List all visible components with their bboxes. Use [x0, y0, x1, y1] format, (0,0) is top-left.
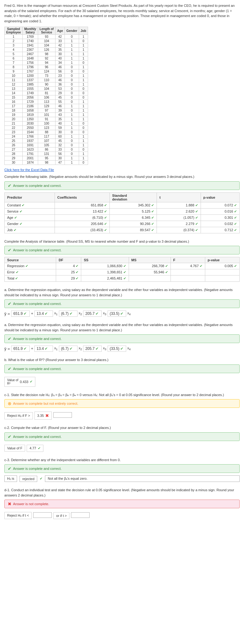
- table-cell: 1: [65, 161, 79, 165]
- c1-value-box: 3.35 ✖: [34, 412, 52, 420]
- eq2-c1-val: 651.9: [13, 346, 23, 351]
- section-a3-instruction: a. Determine the regression equation, us…: [4, 322, 240, 333]
- c3-h0-label-text: H₀ is: [7, 477, 14, 480]
- c2-check-icon: ✔: [38, 446, 41, 450]
- table-cell: 0: [65, 139, 79, 143]
- table-cell: 0: [65, 78, 79, 82]
- table-cell: 0: [79, 121, 88, 126]
- eq2-c4-box: 205.7 ✔: [83, 346, 102, 352]
- check-icon-a2: ✔: [8, 301, 11, 306]
- table-cell: 1350: [23, 117, 38, 121]
- eq1-c4-val: 205.7: [85, 311, 95, 316]
- eq2-plus1: +: [31, 346, 33, 351]
- r2-label: Value ofR²: [7, 378, 18, 385]
- rth-pvalue: p-value: [201, 192, 239, 202]
- section-anova: Complete the Analysis of Variance table.…: [4, 239, 240, 282]
- table-cell: 2186: [23, 104, 38, 108]
- eq1-x3: x3: [103, 311, 106, 316]
- section-eq2: a. Determine the regression equation, us…: [4, 322, 240, 352]
- table-cell: 100: [38, 121, 55, 126]
- section-r2: b. What is the value of R²? (Round your …: [4, 357, 240, 387]
- table-cell: 0: [65, 108, 79, 113]
- error-icon-d1: ✖: [8, 501, 11, 506]
- c3-rejected-text: rejected: [22, 477, 34, 481]
- regression-eq-1: ŷ = 651.9 ✔ + 13.4 ✔ x1 (6.7) ✔ x2 205.7…: [4, 311, 240, 317]
- regression-cell: 0.301 ✔: [201, 214, 239, 221]
- table-cell: 20: [5, 117, 23, 121]
- eq2-c2-check: ✔: [45, 346, 48, 351]
- table-cell: 1623: [23, 148, 38, 152]
- table-cell: 1729: [23, 100, 38, 104]
- c1-decision-value: 3.35: [37, 414, 44, 417]
- table-cell: 25: [5, 139, 23, 143]
- table-cell: 11: [5, 78, 23, 82]
- table-cell: 26: [5, 143, 23, 148]
- table-cell: 0: [79, 148, 88, 152]
- c1-input[interactable]: [53, 412, 72, 418]
- table-cell: 1769: [23, 35, 38, 39]
- anova-cell: 55,946 ✔: [129, 269, 171, 276]
- table-cell: 5: [5, 52, 23, 56]
- table-cell: 40: [55, 56, 65, 61]
- anova-cell: 29 ✔: [56, 276, 81, 282]
- eq1-x1: x1: [54, 311, 58, 316]
- table-cell: 42: [55, 43, 65, 48]
- table-cell: 1756: [23, 61, 38, 65]
- table-cell: 1: [79, 104, 88, 108]
- table-cell: 13: [5, 87, 23, 91]
- table-cell: 21: [5, 121, 23, 126]
- table-cell: 0: [65, 82, 79, 87]
- c2-f-value: 4.77: [29, 446, 36, 450]
- d1-value1-input[interactable]: [33, 512, 52, 518]
- table-cell: 86: [38, 148, 55, 152]
- table-cell: 30: [55, 52, 65, 56]
- table-cell: 35: [55, 117, 65, 121]
- table-cell: 0: [65, 100, 79, 104]
- table-cell: 1: [79, 152, 88, 156]
- table-cell: 9: [5, 69, 23, 74]
- table-cell: 0: [79, 126, 88, 130]
- r2-value: 0.433: [20, 380, 29, 384]
- table-cell: 1: [79, 35, 88, 39]
- c3-rejected-box: rejected: [20, 476, 37, 482]
- answer-banner-anova: ✔ Answer is complete and correct.: [4, 246, 240, 254]
- eq1-c1-val: 651.9: [13, 311, 23, 316]
- anova-cell: [129, 276, 171, 282]
- table-cell: 0: [65, 69, 79, 74]
- table-cell: 113: [38, 100, 55, 104]
- y-hat-2: ŷ: [4, 346, 7, 351]
- answer-banner-d1: ✖ Answer is not complete.: [4, 500, 240, 508]
- table-cell: 106: [38, 95, 55, 100]
- table-cell: 8: [5, 65, 23, 69]
- anova-instruction: Complete the Analysis of Variance table.…: [4, 239, 240, 244]
- table-cell: 33: [55, 39, 65, 43]
- anova-cell: 0.005 ✔: [205, 263, 239, 269]
- table-cell: 1796: [23, 65, 38, 69]
- table-cell: 28: [5, 152, 23, 156]
- eq2-x2: x2: [79, 346, 82, 351]
- answer-banner-a2: ✔ Answer is complete and correct.: [4, 299, 240, 308]
- regression-cell: 5.125 ✔: [109, 208, 157, 214]
- d1-value2-input[interactable]: [71, 512, 90, 518]
- table-cell: 53: [55, 87, 65, 91]
- table-cell: 1: [79, 52, 88, 56]
- regression-eq-2: ŷ = 651.9 ✔ + 13.4 ✔ x1 (6.7) ✔ x2 205.7…: [4, 346, 240, 352]
- section-regression-table: Complete the following table. (Negative …: [4, 174, 240, 233]
- regression-cell: 2.620 ✔: [157, 208, 201, 214]
- excel-link[interactable]: Click here for the Excel Data File: [4, 168, 240, 172]
- eq2-equal: =: [8, 346, 10, 351]
- table-cell: 43: [55, 113, 65, 117]
- anova-cell: Regression ✔: [5, 263, 56, 269]
- table-cell: 88: [38, 130, 55, 135]
- anova-cell: 4 ✔: [56, 263, 81, 269]
- table-cell: 42: [55, 35, 65, 39]
- table-cell: 0: [65, 152, 79, 156]
- table-cell: 34: [55, 61, 65, 65]
- table-cell: 14: [5, 91, 23, 95]
- table-cell: 97: [38, 108, 55, 113]
- table-cell: 0: [65, 91, 79, 95]
- eq2-c5-val: (33.5): [110, 346, 119, 351]
- r2-check: ✔: [30, 380, 33, 384]
- d1-reject-label-box: Reject H₀ if t <: [4, 512, 32, 519]
- table-cell: 104: [38, 39, 55, 43]
